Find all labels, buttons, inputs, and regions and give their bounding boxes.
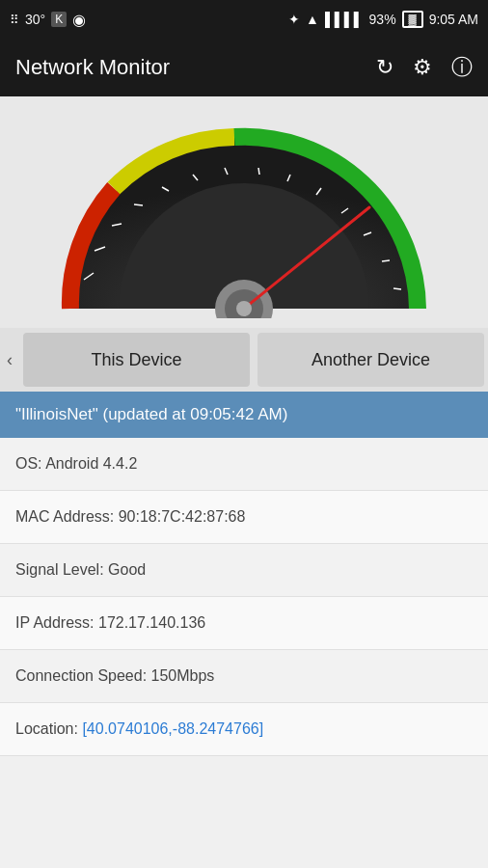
info-section: "IllinoisNet" (updated at 09:05:42 AM) O… [0, 392, 488, 756]
circle-icon: ◉ [72, 11, 86, 29]
gauge-section [0, 96, 488, 328]
mac-address-info: MAC Address: 90:18:7C:42:87:68 [0, 491, 488, 544]
svg-line-3 [134, 204, 143, 205]
time: 9:05 AM [429, 12, 478, 27]
status-bar: ⠿ 30° K ◉ ✦ ▲ ▌▌▌▌ 93% ▓ 9:05 AM [0, 0, 488, 39]
gauge-svg [61, 116, 427, 318]
ip-address-info: IP Address: 172.17.140.136 [0, 597, 488, 650]
location-link[interactable]: [40.0740106,-88.2474766] [82, 720, 263, 737]
network-header: "IllinoisNet" (updated at 09:05:42 AM) [0, 392, 488, 438]
gauge-container [61, 116, 427, 318]
signal-icon: ▌▌▌▌ [325, 12, 364, 27]
app-bar: Network Monitor ↻ ⚙ ⓘ [0, 39, 488, 96]
connection-speed-info: Connection Speed: 150Mbps [0, 650, 488, 703]
refresh-button[interactable]: ↻ [376, 55, 393, 80]
location-info: Location: [40.0740106,-88.2474766] [0, 703, 488, 756]
grid-icon: ⠿ [10, 13, 19, 27]
temperature: 30° [25, 12, 45, 27]
svg-line-13 [393, 288, 401, 289]
battery-text: 93% [369, 12, 396, 27]
bluetooth-icon: ✦ [288, 12, 300, 27]
k-icon: K [51, 12, 67, 27]
info-button[interactable]: ⓘ [451, 53, 473, 82]
battery-icon: ▓ [402, 11, 423, 28]
svg-line-7 [258, 168, 259, 175]
signal-level-info: Signal Level: Good [0, 544, 488, 597]
app-bar-actions: ↻ ⚙ ⓘ [376, 53, 473, 82]
os-info: OS: Android 4.4.2 [0, 438, 488, 491]
status-right: ✦ ▲ ▌▌▌▌ 93% ▓ 9:05 AM [288, 11, 478, 28]
tabs-row: ‹ This Device Another Device [0, 328, 488, 392]
app-title: Network Monitor [15, 55, 170, 80]
svg-line-12 [382, 260, 390, 261]
another-device-tab[interactable]: Another Device [258, 333, 484, 387]
wifi-icon: ▲ [306, 12, 319, 27]
tab-arrow[interactable]: ‹ [0, 328, 19, 392]
status-left: ⠿ 30° K ◉ [10, 11, 86, 29]
this-device-tab[interactable]: This Device [23, 333, 250, 387]
settings-button[interactable]: ⚙ [413, 55, 432, 80]
svg-point-17 [236, 301, 252, 316]
